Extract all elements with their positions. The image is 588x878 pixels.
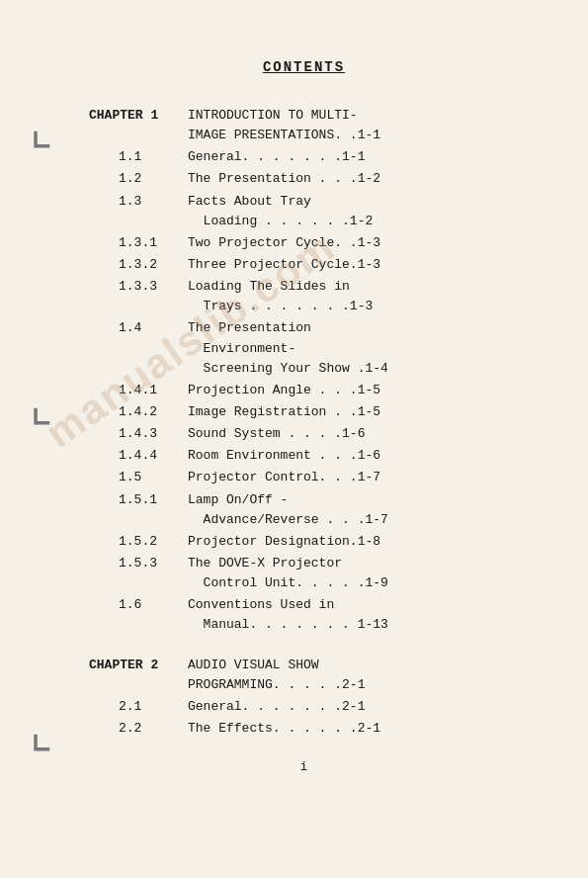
toc-number-chapter2: CHAPTER 2: [89, 655, 188, 696]
toc-desc-chapter2: AUDIO VISUAL SHOWPROGRAMMING. . . . .2-1: [188, 655, 519, 696]
toc-desc-chapter1: INTRODUCTION TO MULTI-IMAGE PRESENTATION…: [188, 105, 519, 146]
toc-number-1-5: 1.5: [89, 467, 188, 488]
bracket-decoration-2: ⌞: [30, 376, 52, 433]
toc-row-2-1: 2.1 General. . . . . . .2-1: [89, 696, 519, 718]
toc-row-1-4-3: 1.4.3 Sound System . . . .1-6: [89, 423, 519, 445]
toc-number-1-4-4: 1.4.4: [89, 445, 188, 467]
toc-desc-1-5: Projector Control. . .1-7: [188, 467, 519, 488]
toc-desc-1-3-1: Two Projector Cycle. .1-3: [188, 232, 519, 254]
toc-number-1-3-3: 1.3.3: [89, 276, 188, 317]
toc-row-1-4-1: 1.4.1 Projection Angle . . .1-5: [89, 380, 519, 401]
toc-number-chapter1: CHAPTER 1: [89, 105, 188, 146]
toc-row-1-5-2: 1.5.2 Projector Designation.1-8: [89, 531, 519, 553]
toc-row-1-1: 1.1 General. . . . . . .1-1: [89, 146, 519, 168]
toc-row-chapter1: CHAPTER 1 INTRODUCTION TO MULTI-IMAGE PR…: [89, 105, 519, 146]
toc-desc-1-6: Conventions Used in Manual. . . . . . . …: [188, 594, 519, 636]
toc-row-chapter2: CHAPTER 2 AUDIO VISUAL SHOWPROGRAMMING. …: [89, 655, 519, 696]
toc-number-1-3-1: 1.3.1: [89, 232, 188, 254]
toc-number-1-4-3: 1.4.3: [89, 423, 188, 445]
toc-desc-1-4: The Presentation Environment- Screening …: [188, 317, 519, 379]
toc-number-1-5-3: 1.5.3: [89, 553, 188, 594]
page: ⌞ ⌞ ⌞ manualslib.com CONTENTS CHAPTER 1 …: [0, 0, 588, 878]
toc-number-1-4-2: 1.4.2: [89, 401, 188, 423]
page-number: i: [89, 759, 519, 774]
bracket-decoration-3: ⌞: [30, 702, 52, 759]
toc-row-1-2: 1.2 The Presentation . . .1-2: [89, 168, 519, 190]
toc-number-1-3: 1.3: [89, 191, 188, 232]
toc-number-1-2: 1.2: [89, 168, 188, 190]
toc-desc-1-4-1: Projection Angle . . .1-5: [188, 380, 519, 401]
bracket-decoration-1: ⌞: [30, 99, 52, 156]
toc-desc-1-5-3: The DOVE-X Projector Control Unit. . . .…: [188, 553, 519, 594]
toc-desc-1-1: General. . . . . . .1-1: [188, 146, 519, 168]
toc-row-1-3-2: 1.3.2 Three Projector Cycle.1-3: [89, 254, 519, 276]
toc-row-1-4-4: 1.4.4 Room Environment . . .1-6: [89, 445, 519, 467]
toc-row-1-4-2: 1.4.2 Image Registration . .1-5: [89, 401, 519, 423]
toc-desc-1-5-1: Lamp On/Off - Advance/Reverse . . .1-7: [188, 489, 519, 531]
toc-row-1-5: 1.5 Projector Control. . .1-7: [89, 467, 519, 488]
toc-row-1-3: 1.3 Facts About Tray Loading . . . . . .…: [89, 191, 519, 232]
toc-number-1-4: 1.4: [89, 317, 188, 379]
toc-desc-1-2: The Presentation . . .1-2: [188, 168, 519, 190]
toc-number-1-1: 1.1: [89, 146, 188, 168]
toc-number-1-5-1: 1.5.1: [89, 489, 188, 531]
toc-number-1-3-2: 1.3.2: [89, 254, 188, 276]
toc-desc-1-5-2: Projector Designation.1-8: [188, 531, 519, 553]
toc-desc-2-1: General. . . . . . .2-1: [188, 696, 519, 718]
toc-row-1-3-3: 1.3.3 Loading The Slides in Trays . . . …: [89, 276, 519, 317]
toc-desc-1-3: Facts About Tray Loading . . . . . .1-2: [188, 191, 519, 232]
toc-desc-1-4-2: Image Registration . .1-5: [188, 401, 519, 423]
toc-row-1-5-3: 1.5.3 The DOVE-X Projector Control Unit.…: [89, 553, 519, 594]
contents-title: CONTENTS: [89, 59, 519, 75]
toc-desc-2-2: The Effects. . . . . .2-1: [188, 718, 519, 740]
toc-spacer: [89, 637, 519, 655]
toc-table: CHAPTER 1 INTRODUCTION TO MULTI-IMAGE PR…: [89, 105, 519, 740]
toc-number-1-5-2: 1.5.2: [89, 531, 188, 553]
toc-row-1-4: 1.4 The Presentation Environment- Screen…: [89, 317, 519, 379]
toc-row-2-2: 2.2 The Effects. . . . . .2-1: [89, 718, 519, 740]
toc-number-2-1: 2.1: [89, 696, 188, 718]
toc-number-1-4-1: 1.4.1: [89, 380, 188, 401]
toc-row-1-3-1: 1.3.1 Two Projector Cycle. .1-3: [89, 232, 519, 254]
toc-desc-1-4-3: Sound System . . . .1-6: [188, 423, 519, 445]
toc-row-1-6: 1.6 Conventions Used in Manual. . . . . …: [89, 594, 519, 636]
toc-desc-1-3-2: Three Projector Cycle.1-3: [188, 254, 519, 276]
toc-desc-1-4-4: Room Environment . . .1-6: [188, 445, 519, 467]
toc-number-2-2: 2.2: [89, 718, 188, 740]
toc-number-1-6: 1.6: [89, 594, 188, 636]
toc-row-1-5-1: 1.5.1 Lamp On/Off - Advance/Reverse . . …: [89, 489, 519, 531]
toc-desc-1-3-3: Loading The Slides in Trays . . . . . . …: [188, 276, 519, 317]
